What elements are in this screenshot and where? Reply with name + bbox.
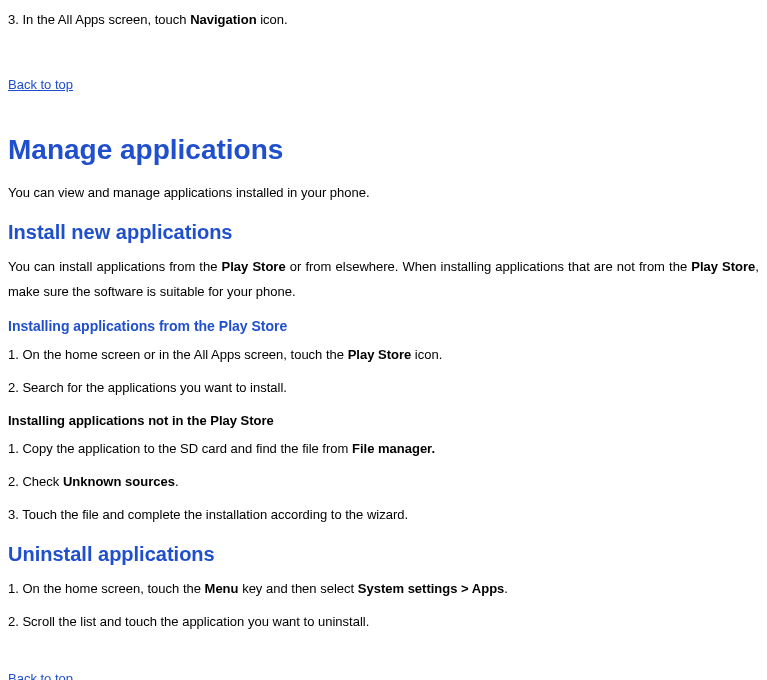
manage-intro-text: You can view and manage applications ins…	[8, 181, 759, 206]
from-store-1-prefix: 1. On the home screen or in the All Apps…	[8, 347, 348, 362]
heading-not-play-store: Installing applications not in the Play …	[8, 409, 759, 434]
not-store-1-prefix: 1. Copy the application to the SD card a…	[8, 441, 352, 456]
step-3-text: 3. In the All Apps screen, touch Navigat…	[8, 8, 759, 33]
install-intro-p1: You can install applications from the	[8, 259, 222, 274]
step-3-suffix: icon.	[257, 12, 288, 27]
heading-install-new: Install new applications	[8, 213, 759, 251]
uninstall-1-prefix: 1. On the home screen, touch the	[8, 581, 205, 596]
install-intro-p2: or from elsewhere. When installing appli…	[286, 259, 692, 274]
uninstall-step-1: 1. On the home screen, touch the Menu ke…	[8, 577, 759, 602]
back-to-top-link[interactable]: Back to top	[8, 73, 73, 98]
step-3-bold: Navigation	[190, 12, 256, 27]
install-intro-b1: Play Store	[222, 259, 286, 274]
from-store-1-bold: Play Store	[348, 347, 412, 362]
uninstall-1-bold2: System settings > Apps	[358, 581, 505, 596]
from-store-step-2: 2. Search for the applications you want …	[8, 376, 759, 401]
not-store-2-bold: Unknown sources	[63, 474, 175, 489]
uninstall-1-mid: key and then select	[239, 581, 358, 596]
uninstall-1-suffix: .	[504, 581, 508, 596]
install-intro-b2: Play Store	[691, 259, 755, 274]
not-store-step-2: 2. Check Unknown sources.	[8, 470, 759, 495]
not-store-step-1: 1. Copy the application to the SD card a…	[8, 437, 759, 462]
install-intro-text: You can install applications from the Pl…	[8, 255, 759, 304]
from-store-step-1: 1. On the home screen or in the All Apps…	[8, 343, 759, 368]
not-store-2-prefix: 2. Check	[8, 474, 63, 489]
heading-from-play-store: Installing applications from the Play St…	[8, 313, 759, 340]
uninstall-1-bold1: Menu	[205, 581, 239, 596]
step-3-prefix: 3. In the All Apps screen, touch	[8, 12, 190, 27]
from-store-1-suffix: icon.	[411, 347, 442, 362]
not-store-2-suffix: .	[175, 474, 179, 489]
heading-uninstall: Uninstall applications	[8, 535, 759, 573]
heading-manage-applications: Manage applications	[8, 123, 759, 176]
not-store-step-3: 3. Touch the file and complete the insta…	[8, 503, 759, 528]
back-to-top-link-2[interactable]: Back to top	[8, 667, 73, 680]
not-store-1-bold: File manager.	[352, 441, 435, 456]
uninstall-step-2: 2. Scroll the list and touch the applica…	[8, 610, 759, 635]
